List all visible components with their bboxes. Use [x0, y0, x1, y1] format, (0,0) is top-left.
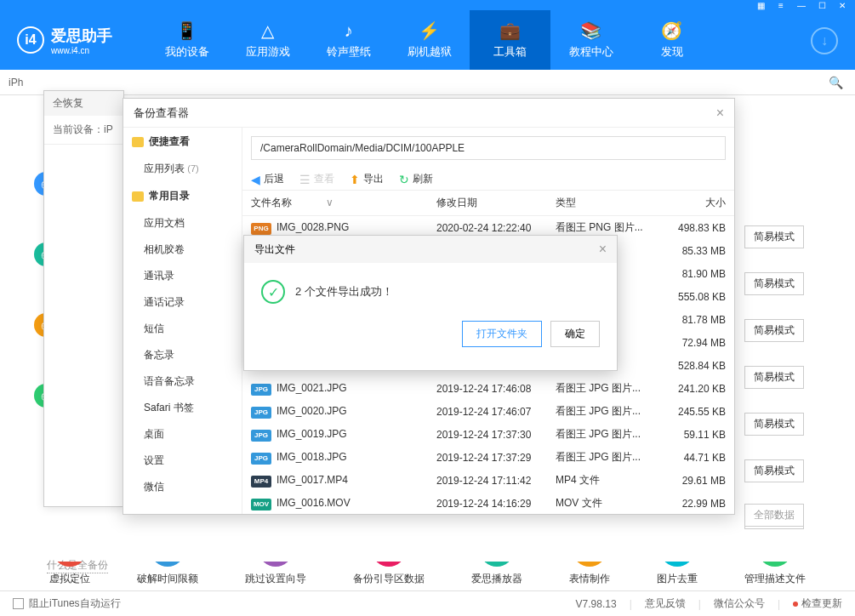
titlebar-grid-icon[interactable]: ▦ — [755, 1, 767, 9]
export-button[interactable]: ⬆导出 — [350, 172, 384, 186]
nav-label: 铃声壁纸 — [327, 44, 371, 60]
sidebar-item[interactable]: 相机胶卷 — [123, 237, 242, 263]
bottom-tool-item[interactable]: 图片去重 — [657, 533, 698, 586]
export-dialog: 导出文件 × ✓ 2 个文件导出成功！ 打开文件夹 确定 — [243, 235, 618, 371]
header-download[interactable]: ↓ — [811, 27, 838, 54]
file-type-icon: MP4 — [251, 476, 271, 488]
update-link[interactable]: 检查更新 — [793, 596, 842, 611]
logo-text: 爱思助手 www.i4.cn — [51, 26, 112, 55]
feedback-link[interactable]: 意见反馈 — [645, 596, 686, 611]
folder-icon — [132, 137, 144, 147]
sidebar-item[interactable]: 备忘录 — [123, 342, 242, 368]
tool-label: 表情制作 — [569, 572, 610, 586]
tool-label: 备份引导区数据 — [353, 572, 425, 586]
path-bar[interactable]: /CameraRollDomain/Media/DCIM/100APPLE — [251, 136, 726, 160]
bottom-tool-item[interactable]: 备份引导区数据 — [353, 533, 425, 586]
col-type[interactable]: 类型 — [556, 196, 658, 210]
col-date[interactable]: 修改日期 — [436, 196, 556, 210]
ok-button[interactable]: 确定 — [550, 321, 600, 347]
toolbar: ◀后退 ☰查看 ⬆导出 ↻刷新 — [242, 168, 734, 190]
nav-item-2[interactable]: ♪铃声壁纸 — [308, 10, 389, 70]
sidebar-item[interactable]: 桌面 — [123, 421, 242, 448]
export-message: 2 个文件导出成功！ — [295, 284, 393, 299]
open-folder-button[interactable]: 打开文件夹 — [462, 321, 542, 347]
nav-item-6[interactable]: 🧭发现 — [631, 10, 712, 70]
search-icon[interactable]: 🔍 — [825, 72, 846, 93]
sidebar-item[interactable]: Safari 书签 — [123, 395, 242, 421]
statusbar: 阻止iTunes自动运行 V7.98.13 | 意见反馈 | 微信公众号 | 检… — [0, 590, 855, 616]
titlebar: ▦ ≡ — ☐ ✕ — [0, 0, 855, 10]
file-type-icon: JPG — [251, 384, 271, 396]
nav-label: 工具箱 — [493, 44, 527, 60]
nav-item-3[interactable]: ⚡刷机越狱 — [389, 10, 470, 70]
file-type-icon: PNG — [251, 223, 271, 235]
sidebar-item[interactable]: 语音备忘录 — [123, 368, 242, 395]
sidebar-item[interactable]: 设置 — [123, 448, 242, 474]
nav-item-4[interactable]: 💼工具箱 — [470, 10, 550, 70]
folder-icon — [132, 191, 144, 202]
right-buttons: 简易模式简易模式简易模式简易模式简易模式简易模式简易模式 — [744, 225, 804, 529]
nav-icon: ♪ — [345, 21, 353, 41]
table-row[interactable]: JPGIMG_0020.JPG2019-12-24 17:46:07看图王 JP… — [242, 400, 734, 423]
restore-panel-device: 当前设备：iP — [44, 116, 123, 145]
bottom-tool-item[interactable]: 爱思播放器 — [471, 533, 522, 586]
subheader: iPh 🔍 — [0, 70, 855, 95]
nav-label: 我的设备 — [165, 44, 209, 60]
nav-item-1[interactable]: △应用游戏 — [227, 10, 308, 70]
back-button[interactable]: ◀后退 — [251, 172, 284, 186]
table-row[interactable]: MOVIMG_0016.MOV2019-12-24 14:16:29MOV 文件… — [242, 492, 734, 514]
simple-mode-button[interactable]: 简易模式 — [744, 319, 804, 342]
nav-icon: △ — [261, 20, 274, 41]
sidebar-item[interactable]: 通话记录 — [123, 289, 242, 316]
wechat-link[interactable]: 微信公众号 — [714, 596, 765, 611]
logo[interactable]: i4 爱思助手 www.i4.cn — [17, 26, 112, 55]
update-dot-icon — [793, 602, 798, 607]
simple-mode-button[interactable]: 简易模式 — [744, 366, 804, 389]
simple-mode-button[interactable]: 简易模式 — [744, 225, 804, 248]
refresh-button[interactable]: ↻刷新 — [399, 172, 433, 186]
sidebar-item[interactable]: 应用文档 — [123, 210, 242, 237]
tool-icon — [259, 533, 293, 567]
all-data-button[interactable]: 全部数据 — [744, 504, 804, 527]
titlebar-minimize-icon[interactable]: — — [795, 1, 807, 9]
simple-mode-button[interactable]: 简易模式 — [744, 413, 804, 436]
sidebar-item[interactable]: 短信 — [123, 316, 242, 342]
tool-label: 爱思播放器 — [471, 572, 522, 586]
bottom-tool-item[interactable]: 跳过设置向导 — [245, 533, 306, 586]
simple-mode-button[interactable]: 简易模式 — [744, 459, 804, 482]
restore-panel-title: 全恢复 — [44, 91, 123, 116]
bottom-tool-item[interactable]: 虚拟定位 — [49, 533, 90, 586]
table-row[interactable]: JPGIMG_0018.JPG2019-12-24 17:37:29看图王 JP… — [242, 446, 734, 469]
col-name[interactable]: 文件名称∨ — [251, 196, 436, 210]
table-row[interactable]: JPGIMG_0021.JPG2019-12-24 17:46:08看图王 JP… — [242, 377, 734, 400]
sidebar-item[interactable]: 通讯录 — [123, 263, 242, 289]
backup-viewer-header: 备份查看器 × — [123, 99, 734, 128]
simple-mode-button[interactable]: 简易模式 — [744, 272, 804, 295]
bottom-tool-item[interactable]: 管理描述文件 — [744, 533, 806, 586]
titlebar-maximize-icon[interactable]: ☐ — [816, 1, 828, 9]
tool-icon — [53, 533, 87, 567]
nav-item-5[interactable]: 📚教程中心 — [550, 10, 631, 70]
sidebar-item[interactable]: 微信 — [123, 474, 242, 500]
table-row[interactable]: MP4IMG_0017.MP42019-12-24 17:11:42MP4 文件… — [242, 469, 734, 492]
titlebar-close-icon[interactable]: ✕ — [836, 1, 848, 9]
itunes-checkbox[interactable] — [13, 598, 24, 609]
bottom-tool-item[interactable]: 破解时间限额 — [137, 533, 198, 586]
col-size[interactable]: 大小 — [658, 196, 726, 210]
tool-icon — [758, 533, 792, 567]
device-label: iPh — [9, 77, 23, 88]
back-icon: ◀ — [251, 173, 260, 186]
export-icon: ⬆ — [350, 173, 360, 186]
table-row[interactable]: JPGIMG_0019.JPG2019-12-24 17:37:30看图王 JP… — [242, 423, 734, 446]
file-type-icon: MOV — [251, 499, 271, 510]
nav-label: 应用游戏 — [246, 44, 290, 60]
close-icon[interactable]: × — [716, 106, 724, 121]
sidebar-item-app-list[interactable]: 应用列表 (7) — [123, 156, 242, 182]
nav-item-0[interactable]: 📱我的设备 — [146, 10, 227, 70]
close-icon[interactable]: × — [599, 242, 607, 257]
bottom-tool-item[interactable]: 表情制作 — [569, 533, 610, 586]
titlebar-menu-icon[interactable]: ≡ — [775, 1, 787, 9]
nav-label: 刷机越狱 — [408, 44, 452, 60]
nav-label: 教程中心 — [569, 44, 613, 60]
tool-label: 破解时间限额 — [137, 572, 198, 586]
